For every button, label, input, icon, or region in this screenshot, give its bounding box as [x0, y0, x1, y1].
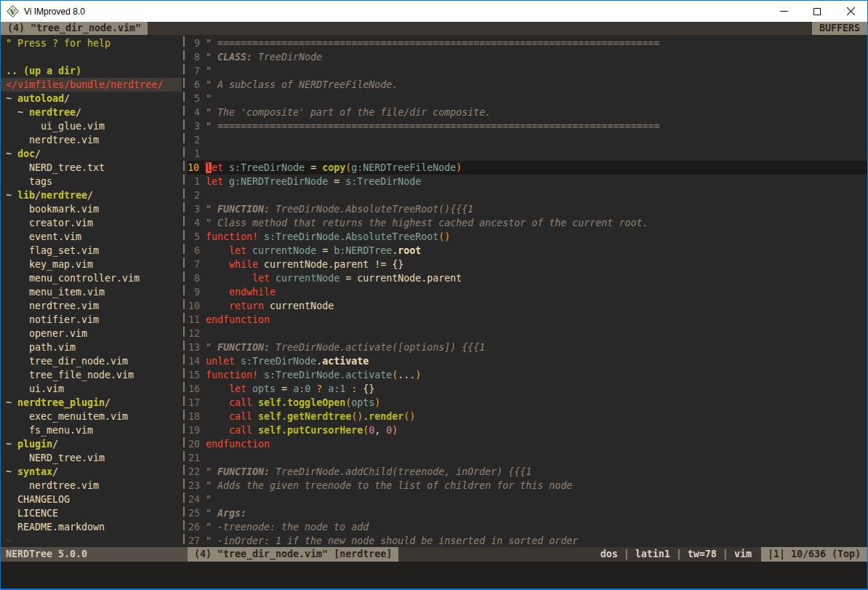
- tree-item[interactable]: fs_menu.vim: [1, 423, 182, 437]
- tree-item[interactable]: opener.vim: [1, 327, 182, 340]
- code-line[interactable]: 7": [188, 64, 867, 78]
- tree-item[interactable]: exec_menuitem.vim: [1, 410, 182, 423]
- tree-item[interactable]: path.vim: [1, 340, 182, 354]
- code-line[interactable]: 24": [188, 493, 867, 506]
- line-number: 6: [188, 78, 200, 92]
- code-line[interactable]: 11endfunction: [188, 313, 867, 327]
- tree-item[interactable]: LICENCE: [1, 506, 182, 520]
- line-text: " -inOrder: 1 if the new node should be …: [200, 534, 578, 547]
- tree-item[interactable]: NERD_tree.txt: [1, 161, 182, 175]
- tree-item[interactable]: " Press ? for help: [1, 36, 182, 50]
- code-line[interactable]: 4" Class method that returns the highest…: [188, 216, 867, 230]
- maximize-icon: [813, 8, 821, 15]
- line-text: endfunction: [200, 313, 270, 327]
- tree-item[interactable]: ~ autoload/: [1, 92, 182, 105]
- nerdtree-statusline: NERDTree 5.0.0: [1, 547, 188, 562]
- code-line[interactable]: 15function! s:TreeDirNode.activate(...): [188, 368, 867, 382]
- tree-item[interactable]: menu_controller.vim: [1, 271, 182, 285]
- line-text: let opts = a:0 ? a:1 : {}: [200, 382, 374, 396]
- tree-item[interactable]: tags: [1, 175, 182, 188]
- minimize-button[interactable]: [767, 1, 800, 22]
- code-line[interactable]: 26" -treenode: the node to add: [188, 520, 867, 534]
- line-text: unlet s:TreeDirNode.activate: [200, 354, 369, 368]
- line-text: " Adds the given treenode to the list of…: [200, 479, 572, 493]
- tree-item[interactable]: ui_glue.vim: [1, 119, 182, 133]
- maximize-button[interactable]: [800, 1, 834, 22]
- code-line[interactable]: 9" =====================================…: [188, 36, 867, 50]
- tree-item[interactable]: nerdtree.vim: [1, 299, 182, 313]
- line-text: [200, 133, 206, 147]
- code-line[interactable]: 1: [188, 147, 867, 161]
- content-area: " Press ? for help.. (up a dir)</vimfile…: [1, 35, 867, 547]
- tree-item[interactable]: notifier.vim: [1, 313, 182, 327]
- code-line[interactable]: 16 let opts = a:0 ? a:1 : {}: [188, 382, 867, 396]
- close-button[interactable]: [834, 1, 867, 22]
- tree-item[interactable]: ~ syntax/: [1, 465, 182, 479]
- tree-item[interactable]: ~ lib/nerdtree/: [1, 188, 182, 202]
- tree-item[interactable]: event.vim: [1, 230, 182, 244]
- code-line[interactable]: 12: [188, 327, 867, 340]
- code-line[interactable]: 1let g:NERDTreeDirNode = s:TreeDirNode: [188, 175, 867, 188]
- line-text: endfunction: [200, 437, 270, 451]
- tree-item[interactable]: NERD_tree.vim: [1, 451, 182, 465]
- command-line[interactable]: [1, 562, 867, 589]
- vertical-split[interactable]: [182, 35, 188, 547]
- code-line[interactable]: 4" The 'composite' part of the file/dir …: [188, 105, 867, 119]
- nerdtree-panel[interactable]: " Press ? for help.. (up a dir)</vimfile…: [1, 35, 182, 547]
- code-line[interactable]: 25" Args:: [188, 506, 867, 520]
- code-line[interactable]: 5function! s:TreeDirNode.AbsoluteTreeRoo…: [188, 230, 867, 244]
- code-line[interactable]: 22" FUNCTION: TreeDirNode.addChild(treen…: [188, 465, 867, 479]
- code-line[interactable]: 9 endwhile: [188, 285, 867, 299]
- tree-item[interactable]: key_map.vim: [1, 258, 182, 271]
- code-line[interactable]: 27" -inOrder: 1 if the new node should b…: [188, 534, 867, 547]
- tree-item[interactable]: ~ nerdtree_plugin/: [1, 396, 182, 410]
- tab-active[interactable]: (4) "tree_dir_node.vim": [1, 22, 148, 35]
- code-line[interactable]: 2: [188, 188, 867, 202]
- code-line[interactable]: 19 call self.putCursorHere(0, 0): [188, 423, 867, 437]
- code-line[interactable]: 8" CLASS: TreeDirNode: [188, 50, 867, 64]
- line-text: ": [200, 493, 212, 506]
- tree-item[interactable]: CHANGELOG: [1, 493, 182, 506]
- code-line[interactable]: 3" =====================================…: [188, 119, 867, 133]
- tree-item[interactable]: README.markdown: [1, 520, 182, 534]
- code-line[interactable]: 23" Adds the given treenode to the list …: [188, 479, 867, 493]
- tree-item[interactable]: </vimfiles/bundle/nerdtree/: [1, 78, 182, 92]
- code-line[interactable]: 7 while currentNode.parent != {}: [188, 258, 867, 271]
- statusline-file-info: dos | latin1 | tw=78 | vim: [600, 547, 761, 562]
- tree-item[interactable]: [1, 50, 182, 64]
- code-line[interactable]: 13" FUNCTION: TreeDirNode.activate([opti…: [188, 340, 867, 354]
- editor-panel[interactable]: 9" =====================================…: [188, 35, 867, 547]
- code-line[interactable]: 18 call self.getNerdtree().render(): [188, 410, 867, 423]
- code-line[interactable]: 3" FUNCTION: TreeDirNode.AbsoluteTreeRoo…: [188, 202, 867, 216]
- code-line[interactable]: 5": [188, 92, 867, 105]
- tree-item[interactable]: .. (up a dir): [1, 64, 182, 78]
- code-line[interactable]: 6" A subclass of NERDTreeFileNode.: [188, 78, 867, 92]
- code-line[interactable]: 10let s:TreeDirNode = copy(g:NERDTreeFil…: [188, 161, 867, 175]
- tree-item[interactable]: flag_set.vim: [1, 244, 182, 258]
- line-number: 7: [188, 258, 200, 271]
- line-text: " CLASS: TreeDirNode: [200, 50, 322, 64]
- code-line[interactable]: 20endfunction: [188, 437, 867, 451]
- tree-item[interactable]: tree_dir_node.vim: [1, 354, 182, 368]
- tree-item[interactable]: ~ plugin/: [1, 437, 182, 451]
- tree-item[interactable]: ~ nerdtree/: [1, 105, 182, 119]
- line-text: ": [200, 64, 212, 78]
- code-line[interactable]: 2: [188, 133, 867, 147]
- code-line[interactable]: 6 let currentNode = b:NERDTree.root: [188, 244, 867, 258]
- tree-item[interactable]: ui.vim: [1, 382, 182, 396]
- line-number: 15: [188, 368, 200, 382]
- tree-item[interactable]: nerdtree.vim: [1, 133, 182, 147]
- tree-item[interactable]: menu_item.vim: [1, 285, 182, 299]
- tree-item[interactable]: bookmark.vim: [1, 202, 182, 216]
- code-line[interactable]: 14unlet s:TreeDirNode.activate: [188, 354, 867, 368]
- code-line[interactable]: 17 call self.toggleOpen(opts): [188, 396, 867, 410]
- code-line[interactable]: 8 let currentNode = currentNode.parent: [188, 271, 867, 285]
- tree-item[interactable]: creator.vim: [1, 216, 182, 230]
- line-text: return currentNode: [200, 299, 334, 313]
- tree-item[interactable]: nerdtree.vim: [1, 479, 182, 493]
- tree-item[interactable]: ~ doc/: [1, 147, 182, 161]
- code-line[interactable]: 21: [188, 451, 867, 465]
- code-line[interactable]: 10 return currentNode: [188, 299, 867, 313]
- tree-item[interactable]: tree_file_node.vim: [1, 368, 182, 382]
- tree-item[interactable]: ~: [1, 534, 182, 547]
